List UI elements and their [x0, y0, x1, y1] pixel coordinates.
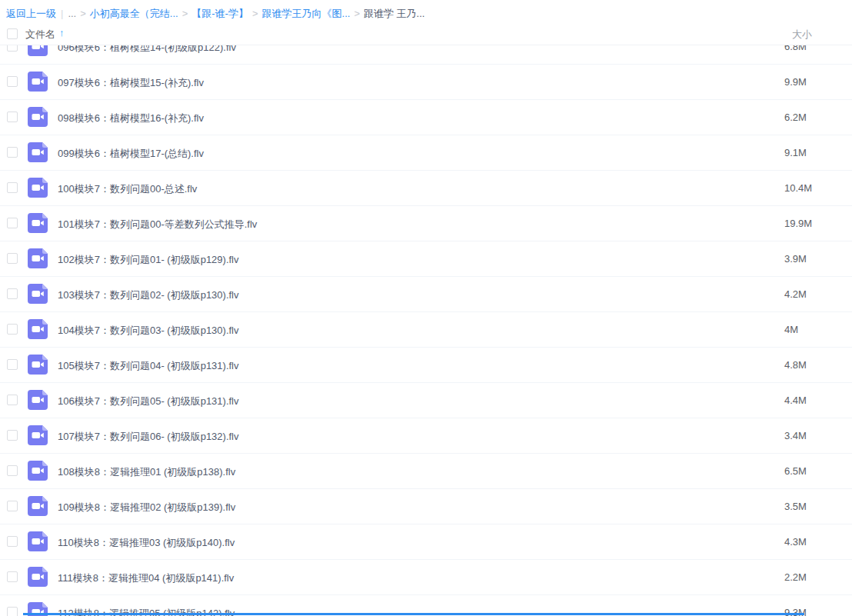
breadcrumb-pipe-separator: | — [61, 8, 63, 19]
video-file-icon — [28, 496, 48, 516]
breadcrumb-collapsed-item[interactable]: ... — [68, 8, 76, 19]
sort-ascending-icon[interactable]: ↑ — [59, 27, 65, 38]
breadcrumb: 返回上一级|...>小初高最全（完结...>【跟-谁-学】>跟谁学王乃向《图..… — [6, 7, 424, 21]
row-checkbox[interactable] — [7, 607, 18, 616]
file-manager-page: 返回上一级|...>小初高最全（完结...>【跟-谁-学】>跟谁学王乃向《图..… — [0, 0, 852, 616]
file-name[interactable]: 110模块8：逻辑推理03 (初级版p140).flv — [58, 536, 235, 550]
file-row[interactable]: 096模块6：植树模型14-(初级版p122).flv6.8M — [0, 45, 852, 65]
file-list[interactable]: 096模块6：植树模型14-(初级版p122).flv6.8M097模块6：植树… — [0, 45, 852, 616]
file-name[interactable]: 100模块7：数列问题00-总述.flv — [58, 182, 197, 196]
file-name[interactable]: 111模块8：逻辑推理04 (初级版p141).flv — [58, 571, 234, 585]
file-row[interactable]: 108模块8：逻辑推理01 (初级版p138).flv6.5M — [0, 454, 852, 489]
select-all-checkbox[interactable] — [7, 28, 18, 39]
column-header-filename[interactable]: 文件名 — [25, 28, 55, 42]
file-row[interactable]: 107模块7：数列问题06- (初级版p132).flv3.4M — [0, 418, 852, 454]
file-size: 6.8M — [784, 45, 807, 52]
file-size: 6.2M — [784, 112, 807, 123]
file-size: 6.5M — [784, 465, 807, 477]
video-file-icon — [28, 355, 48, 375]
file-name[interactable]: 103模块7：数列问题02- (初级版p130).flv — [58, 288, 239, 302]
file-row[interactable]: 098模块6：植树模型16-(补充).flv6.2M — [0, 100, 852, 135]
file-row[interactable]: 101模块7：数列问题00-等差数列公式推导.flv19.9M — [0, 206, 852, 241]
file-row[interactable]: 099模块6：植树模型17-(总结).flv9.1M — [0, 135, 852, 171]
file-size: 4.3M — [784, 536, 807, 548]
file-size: 9.9M — [784, 76, 807, 88]
file-size: 4.2M — [784, 288, 807, 300]
video-file-icon — [28, 72, 48, 92]
file-row[interactable]: 103模块7：数列问题02- (初级版p130).flv4.2M — [0, 277, 852, 312]
row-checkbox[interactable] — [7, 501, 18, 511]
video-file-icon — [28, 213, 48, 233]
breadcrumb-chevron: > — [182, 8, 188, 19]
video-file-icon — [28, 390, 48, 410]
file-size: 10.4M — [784, 182, 812, 194]
file-row[interactable]: 100模块7：数列问题00-总述.flv10.4M — [0, 171, 852, 206]
file-size: 4M — [784, 324, 798, 335]
file-name[interactable]: 109模块8：逻辑推理02 (初级版p139).flv — [58, 501, 235, 514]
file-row[interactable]: 106模块7：数列问题05- (初级版p131).flv4.4M — [0, 383, 852, 418]
breadcrumb-link[interactable]: 小初高最全（完结... — [90, 8, 178, 19]
file-row[interactable]: 109模块8：逻辑推理02 (初级版p139).flv3.5M — [0, 489, 852, 524]
file-row[interactable]: 110模块8：逻辑推理03 (初级版p140).flv4.3M — [0, 524, 852, 560]
video-file-icon — [28, 45, 48, 56]
row-checkbox[interactable] — [7, 112, 18, 122]
file-name[interactable]: 102模块7：数列问题01- (初级版p129).flv — [58, 253, 239, 267]
file-size: 4.8M — [784, 359, 807, 371]
file-name[interactable]: 106模块7：数列问题05- (初级版p131).flv — [58, 395, 239, 408]
breadcrumb-chevron: > — [80, 8, 86, 19]
file-size: 2.2M — [784, 571, 807, 583]
breadcrumb-current-folder: 跟谁学 王乃... — [364, 8, 424, 19]
file-name[interactable]: 097模块6：植树模型15-(补充).flv — [58, 76, 204, 90]
row-checkbox[interactable] — [7, 76, 18, 87]
file-name[interactable]: 104模块7：数列问题03- (初级版p130).flv — [58, 324, 239, 338]
file-size: 19.9M — [784, 218, 812, 229]
row-checkbox[interactable] — [7, 359, 18, 370]
row-checkbox[interactable] — [7, 395, 18, 405]
file-row[interactable]: 097模块6：植树模型15-(补充).flv9.9M — [0, 65, 852, 100]
file-size: 4.4M — [784, 395, 807, 406]
file-row[interactable]: 105模块7：数列问题04- (初级版p131).flv4.8M — [0, 348, 852, 383]
file-name[interactable]: 105模块7：数列问题04- (初级版p131).flv — [58, 359, 239, 373]
file-size: 3.5M — [784, 501, 807, 512]
row-checkbox[interactable] — [7, 536, 18, 547]
file-name[interactable]: 108模块8：逻辑推理01 (初级版p138).flv — [58, 465, 235, 479]
breadcrumb-back-link[interactable]: 返回上一级 — [6, 8, 56, 19]
video-file-icon — [28, 248, 48, 268]
row-checkbox[interactable] — [7, 253, 18, 264]
row-checkbox[interactable] — [7, 465, 18, 476]
video-file-icon — [28, 567, 48, 587]
file-size: 3.9M — [784, 253, 807, 265]
file-name[interactable]: 099模块6：植树模型17-(总结).flv — [58, 147, 204, 161]
video-file-icon — [28, 461, 48, 481]
file-name[interactable]: 098模块6：植树模型16-(补充).flv — [58, 112, 204, 125]
video-file-icon — [28, 284, 48, 304]
file-size: 9.1M — [784, 147, 807, 158]
row-checkbox[interactable] — [7, 571, 18, 582]
file-name[interactable]: 107模块7：数列问题06- (初级版p132).flv — [58, 430, 239, 444]
scroll-indicator-bar[interactable] — [23, 613, 804, 615]
row-checkbox[interactable] — [7, 45, 18, 52]
row-checkbox[interactable] — [7, 324, 18, 335]
file-row[interactable]: 111模块8：逻辑推理04 (初级版p141).flv2.2M — [0, 560, 852, 595]
file-size: 3.4M — [784, 430, 807, 441]
file-name[interactable]: 101模块7：数列问题00-等差数列公式推导.flv — [58, 218, 257, 231]
row-checkbox[interactable] — [7, 182, 18, 193]
column-header-size[interactable]: 大小 — [792, 28, 812, 42]
breadcrumb-link[interactable]: 【跟-谁-学】 — [191, 8, 248, 19]
row-checkbox[interactable] — [7, 430, 18, 441]
breadcrumb-chevron: > — [354, 8, 360, 19]
video-file-icon — [28, 319, 48, 339]
row-checkbox[interactable] — [7, 288, 18, 299]
breadcrumb-chevron: > — [252, 8, 258, 19]
row-checkbox[interactable] — [7, 218, 18, 228]
video-file-icon — [28, 425, 48, 445]
video-file-icon — [28, 107, 48, 127]
table-header: 文件名 ↑ 大小 — [0, 24, 852, 45]
file-name[interactable]: 096模块6：植树模型14-(初级版p122).flv — [58, 45, 236, 55]
file-row[interactable]: 102模块7：数列问题01- (初级版p129).flv3.9M — [0, 241, 852, 277]
row-checkbox[interactable] — [7, 147, 18, 158]
file-row[interactable]: 104模块7：数列问题03- (初级版p130).flv4M — [0, 312, 852, 348]
breadcrumb-link[interactable]: 跟谁学王乃向《图... — [262, 8, 351, 19]
video-file-icon — [28, 142, 48, 162]
video-file-icon — [28, 531, 48, 551]
